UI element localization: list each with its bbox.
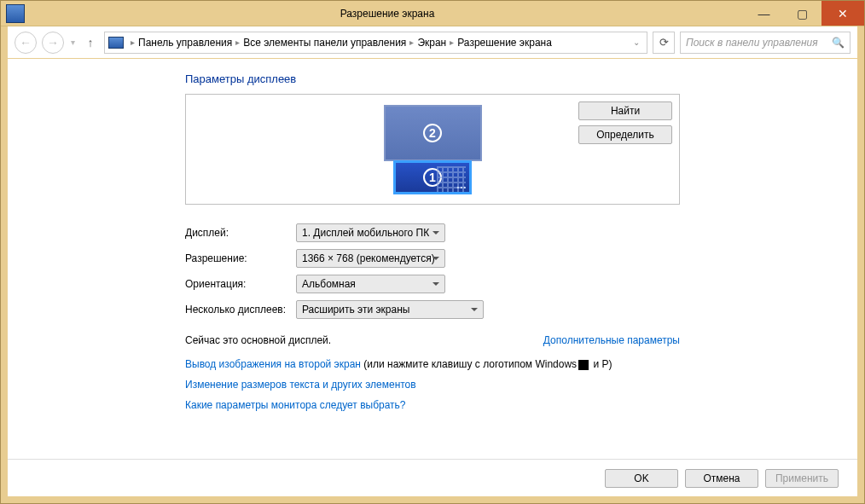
window-title: Разрешение экрана bbox=[30, 8, 745, 20]
advanced-settings-link[interactable]: Дополнительные параметры bbox=[543, 334, 680, 346]
dialog-footer: OK Отмена Применить bbox=[8, 459, 857, 496]
nav-bar: ← → ▾ ↑ ▸ Панель управления ▸ Все элемен… bbox=[8, 26, 857, 59]
refresh-button[interactable]: ⟳ bbox=[653, 32, 675, 54]
maximize-button[interactable]: ▢ bbox=[783, 1, 821, 26]
chevron-right-icon: ▸ bbox=[131, 38, 135, 47]
selection-indicator-icon: ••• bbox=[457, 183, 467, 191]
multi-display-label: Несколько дисплеев: bbox=[185, 304, 296, 316]
display-arrangement[interactable]: 2 1 ••• Найти Определить bbox=[185, 94, 680, 205]
back-button[interactable]: ← bbox=[15, 32, 37, 54]
window-controls: — ▢ ✕ bbox=[745, 1, 864, 26]
monitor-1[interactable]: 1 ••• bbox=[393, 160, 472, 194]
identify-button[interactable]: Определить bbox=[578, 125, 672, 144]
search-placeholder: Поиск в панели управления bbox=[686, 37, 832, 49]
project-hint-text: (или нажмите клавишу с логотипом Windows bbox=[361, 358, 577, 370]
title-bar: Разрешение экрана — ▢ ✕ bbox=[1, 1, 864, 26]
chevron-right-icon: ▸ bbox=[235, 38, 240, 47]
display-label: Дисплей: bbox=[185, 227, 296, 239]
windows-logo-icon bbox=[578, 360, 589, 370]
breadcrumb-item[interactable]: Все элементы панели управления bbox=[243, 37, 406, 49]
settings-form: Дисплей: 1. Дисплей мобильного ПК Разреш… bbox=[185, 220, 680, 322]
orientation-select[interactable]: Альбомная bbox=[296, 275, 445, 293]
computer-icon bbox=[108, 37, 124, 49]
display-select[interactable]: 1. Дисплей мобильного ПК bbox=[296, 223, 445, 242]
breadcrumb[interactable]: ▸ Панель управления ▸ Все элементы панел… bbox=[104, 32, 647, 54]
which-settings-link[interactable]: Какие параметры монитора следует выбрать… bbox=[185, 399, 680, 411]
page-heading: Параметры дисплеев bbox=[185, 72, 680, 85]
resolution-select[interactable]: 1366 × 768 (рекомендуется) bbox=[296, 249, 445, 268]
window: Разрешение экрана — ▢ ✕ ← → ▾ ↑ ▸ Панель… bbox=[0, 0, 865, 504]
monitor-number: 2 bbox=[423, 124, 442, 142]
resolution-label: Разрешение: bbox=[185, 252, 296, 264]
forward-button[interactable]: → bbox=[42, 32, 64, 54]
multi-display-select[interactable]: Расширить эти экраны bbox=[296, 300, 484, 319]
close-button[interactable]: ✕ bbox=[821, 1, 864, 26]
app-icon bbox=[6, 4, 25, 23]
project-link[interactable]: Вывод изображения на второй экран bbox=[185, 358, 361, 370]
search-input[interactable]: Поиск в панели управления 🔍 bbox=[680, 32, 850, 54]
monitor-2[interactable]: 2 bbox=[384, 105, 482, 161]
chevron-right-icon: ▸ bbox=[450, 38, 454, 47]
up-button[interactable]: ↑ bbox=[82, 36, 99, 49]
minimize-button[interactable]: — bbox=[745, 1, 783, 26]
breadcrumb-item[interactable]: Разрешение экрана bbox=[457, 37, 552, 49]
project-hint-tail: и P) bbox=[590, 358, 612, 370]
content-area: Параметры дисплеев 2 1 ••• bbox=[8, 59, 857, 459]
chevron-right-icon: ▸ bbox=[409, 38, 414, 47]
chevron-down-icon[interactable]: ⌄ bbox=[630, 38, 643, 47]
apply-button[interactable]: Применить bbox=[765, 469, 839, 488]
ok-button[interactable]: OK bbox=[605, 469, 678, 488]
breadcrumb-item[interactable]: Панель управления bbox=[138, 37, 232, 49]
find-button[interactable]: Найти bbox=[578, 101, 672, 120]
text-size-link[interactable]: Изменение размеров текста и других элеме… bbox=[185, 379, 680, 391]
orientation-label: Ориентация: bbox=[185, 278, 296, 290]
primary-display-text: Сейчас это основной дисплей. bbox=[185, 334, 331, 346]
breadcrumb-item[interactable]: Экран bbox=[417, 37, 446, 49]
history-dropdown-icon[interactable]: ▾ bbox=[69, 38, 77, 47]
search-icon: 🔍 bbox=[832, 37, 845, 49]
cancel-button[interactable]: Отмена bbox=[685, 469, 758, 488]
